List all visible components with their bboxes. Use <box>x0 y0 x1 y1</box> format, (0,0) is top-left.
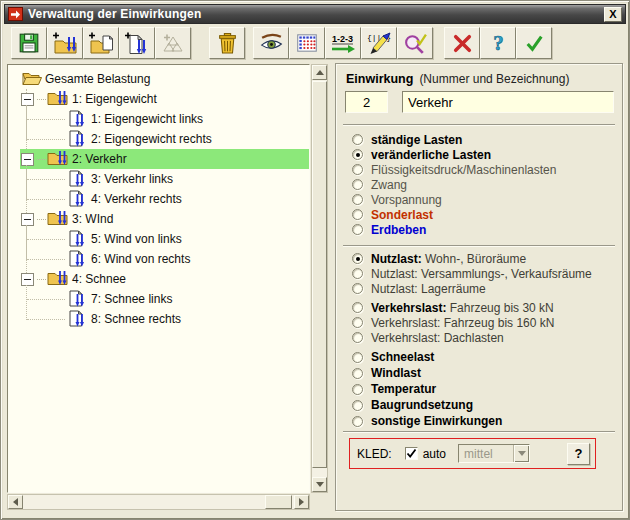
radio-button[interactable] <box>352 400 363 411</box>
horizontal-scrollbar-thumb[interactable] <box>265 495 292 509</box>
collapse-minus-icon[interactable] <box>21 93 34 106</box>
add-folder-button[interactable] <box>83 27 119 59</box>
load-case-icon <box>68 110 88 128</box>
radio-button[interactable] <box>352 352 363 363</box>
load-case-icon <box>68 190 88 208</box>
load-case-icon <box>68 230 88 248</box>
radio-option-row[interactable]: veränderliche Lasten <box>352 147 616 162</box>
radio-label: Flüssigkeitsdruck/Maschinenlasten <box>371 163 556 177</box>
radio-button[interactable] <box>352 268 363 279</box>
radio-option-row[interactable]: Verkehrslast: Fahrzeug bis 160 kN <box>352 315 616 330</box>
radio-option-row[interactable]: ständige Lasten <box>352 132 616 147</box>
add-action-group-button[interactable] <box>47 27 83 59</box>
check-search-button[interactable] <box>397 27 433 59</box>
delete-button[interactable] <box>209 27 245 59</box>
radio-option-row[interactable]: Vorspannung <box>352 192 616 207</box>
vertical-scrollbar-thumb[interactable] <box>312 81 327 468</box>
radio-button[interactable] <box>352 164 363 175</box>
edit-properties-button[interactable]: {|||} <box>361 27 397 59</box>
radio-button[interactable] <box>352 283 363 294</box>
collapse-minus-icon[interactable] <box>21 153 34 166</box>
kled-help-button[interactable]: ? <box>567 443 590 465</box>
tree-group-row[interactable]: 2: Verkehr <box>20 149 309 169</box>
tree-group-label: 1: Eigengewicht <box>69 92 161 106</box>
tree-connector <box>37 99 46 100</box>
grid-table-icon <box>295 32 319 54</box>
radio-button[interactable] <box>352 134 363 145</box>
collapse-minus-icon[interactable] <box>21 273 34 286</box>
radio-option-row[interactable]: Nutzlast: Wohn-, Büroräume <box>352 251 616 266</box>
app-arrow-icon <box>8 7 23 21</box>
action-name-field[interactable] <box>402 91 614 113</box>
radio-button[interactable] <box>352 384 363 395</box>
tree-leaf-label: 2: Eigengewicht rechts <box>88 132 216 146</box>
separator <box>343 431 615 433</box>
horizontal-scrollbar[interactable] <box>7 494 310 510</box>
tree-leaf-row[interactable]: 6: Wind von rechts <box>8 249 309 269</box>
radio-button[interactable] <box>352 209 363 220</box>
auto-checkbox[interactable] <box>405 447 418 460</box>
radio-option-row[interactable]: Windlast <box>352 365 616 381</box>
tree-leaf-row[interactable]: 8: Schnee rechts <box>8 309 309 329</box>
radio-button[interactable] <box>352 149 363 160</box>
radio-button[interactable] <box>352 317 363 328</box>
scroll-up-button[interactable] <box>312 65 327 80</box>
kled-dropdown[interactable]: mittel <box>458 444 530 463</box>
radio-button[interactable] <box>352 332 363 343</box>
tree-leaf-row[interactable]: 1: Eigengewicht links <box>8 109 309 129</box>
renumber-button[interactable]: 1-2-3 <box>325 27 361 59</box>
radio-option-row[interactable]: Baugrundsetzung <box>352 397 616 413</box>
radio-button[interactable] <box>352 194 363 205</box>
scroll-right-button[interactable] <box>294 495 309 509</box>
tree-group-row[interactable]: 1: Eigengewicht <box>20 89 309 109</box>
table-view-button[interactable] <box>289 27 325 59</box>
action-number-field[interactable] <box>345 91 388 113</box>
svg-text:?: ? <box>493 32 503 55</box>
cancel-button[interactable] <box>444 27 480 59</box>
save-button[interactable] <box>11 27 47 59</box>
one-two-three-arrow-icon: 1-2-3 <box>329 32 357 55</box>
radio-option-row[interactable]: Nutzlast: Versammlungs-, Verkaufsräume <box>352 266 616 281</box>
radio-option-row[interactable]: Nutzlast: Lagerräume <box>352 281 616 296</box>
ok-button[interactable] <box>516 27 552 59</box>
radio-option-row[interactable]: Flüssigkeitsdruck/Maschinenlasten <box>352 162 616 177</box>
panel-subtitle: (Nummer und Bezeichnung) <box>419 72 569 86</box>
radio-option-row[interactable]: Sonderlast <box>352 207 616 222</box>
radio-option-row[interactable]: sonstige Einwirkungen <box>352 413 616 429</box>
tree-leaf-row[interactable]: 3: Verkehr links <box>8 169 309 189</box>
close-button[interactable]: X <box>604 7 622 22</box>
vertical-scrollbar[interactable] <box>311 64 328 493</box>
tree-leaf-row[interactable]: 7: Schnee links <box>8 289 309 309</box>
tree-leaf-row[interactable]: 5: Wind von links <box>8 229 309 249</box>
radio-option-row[interactable]: Erdbeben <box>352 222 616 237</box>
tree-leaf-row[interactable]: 2: Eigengewicht rechts <box>8 129 309 149</box>
radio-option-row[interactable]: Zwang <box>352 177 616 192</box>
load-case-icon <box>68 130 88 148</box>
add-load-train-button <box>155 27 191 59</box>
title-bar[interactable]: Verwaltung der Einwirkungen X <box>4 4 626 24</box>
scroll-left-button[interactable] <box>8 495 23 509</box>
tree-group-row[interactable]: 3: WInd <box>20 209 309 229</box>
radio-option-row[interactable]: Temperatur <box>352 381 616 397</box>
radio-button[interactable] <box>352 253 363 264</box>
radio-button[interactable] <box>352 224 363 235</box>
tree-root-row[interactable]: Gesamte Belastung <box>8 69 309 89</box>
tree-group-row[interactable]: 4: Schnee <box>20 269 309 289</box>
radio-option-row[interactable]: Verkehrslast: Fahrzeug bis 30 kN <box>352 300 616 315</box>
radio-button[interactable] <box>352 368 363 379</box>
load-case-icon <box>68 310 88 328</box>
radio-option-row[interactable]: Schneelast <box>352 349 616 365</box>
tree-leaf-row[interactable]: 4: Verkehr rechts <box>8 189 309 209</box>
view-button[interactable] <box>253 27 289 59</box>
collapse-minus-icon[interactable] <box>21 213 34 226</box>
radio-label: Zwang <box>371 178 407 192</box>
radio-option-row[interactable]: Verkehrslast: Dachlasten <box>352 330 616 345</box>
help-button[interactable]: ? <box>480 27 516 59</box>
action-detail-panel: Einwirkung(Nummer und Bezeichnung) ständ… <box>335 63 623 511</box>
add-load-case-button[interactable] <box>119 27 155 59</box>
radio-button[interactable] <box>352 302 363 313</box>
radio-button[interactable] <box>352 179 363 190</box>
dropdown-arrow-button[interactable] <box>513 445 529 462</box>
radio-button[interactable] <box>352 416 363 427</box>
scroll-down-button[interactable] <box>312 477 327 492</box>
